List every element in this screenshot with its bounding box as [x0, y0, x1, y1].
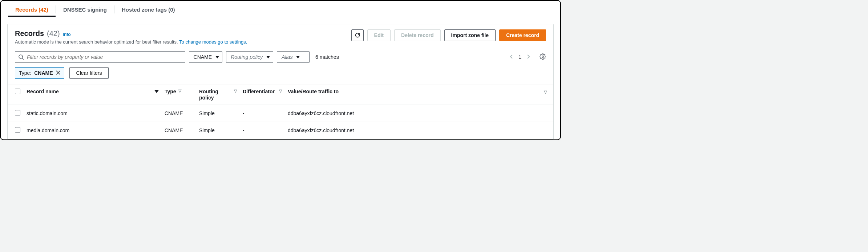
panel-actions: Edit Delete record Import zone file Crea… — [351, 29, 546, 41]
tab-dnssec[interactable]: DNSSEC signing — [56, 2, 114, 16]
col-value[interactable]: Value/Route traffic to — [288, 89, 339, 94]
clear-filters-button[interactable]: Clear filters — [69, 67, 109, 79]
import-zone-file-button[interactable]: Import zone file — [444, 29, 496, 41]
table-row[interactable]: static.domain.com CNAME Simple - ddba6ay… — [8, 105, 553, 122]
caret-down-icon — [296, 56, 300, 58]
routing-policy-dropdown[interactable]: Routing policy — [226, 51, 273, 63]
chip-label: Type: — [19, 70, 31, 76]
col-record-name[interactable]: Record name — [27, 89, 59, 95]
settings-button[interactable] — [540, 53, 546, 61]
hosted-zone-panel: Records (42) DNSSEC signing Hosted zone … — [0, 0, 561, 140]
chevron-right-icon — [526, 54, 530, 59]
caret-down-icon — [266, 56, 270, 58]
sort-icon[interactable]: ▽ — [234, 89, 237, 93]
gear-icon — [540, 53, 546, 60]
svg-point-2 — [542, 56, 544, 57]
tab-hosted-zone-tags[interactable]: Hosted zone tags (0) — [114, 2, 182, 16]
cell-diff: - — [240, 122, 285, 139]
subtitle-text: Automatic mode is the current search beh… — [15, 39, 179, 45]
panel-header: Records (42) Info Automatic mode is the … — [8, 24, 553, 48]
search-wrapper[interactable] — [15, 51, 185, 63]
table-row[interactable]: media.domain.com CNAME Simple - ddba6ayx… — [8, 122, 553, 139]
type-dropdown[interactable]: CNAME — [189, 51, 223, 63]
select-all-checkbox[interactable] — [15, 89, 20, 94]
col-type[interactable]: Type — [165, 89, 176, 95]
chip-value: CNAME — [34, 70, 53, 76]
col-routing-policy[interactable]: Routing policy — [199, 89, 230, 101]
edit-button[interactable]: Edit — [367, 29, 391, 41]
close-icon — [56, 70, 60, 75]
records-table: Record name Type ▽ Routing polic — [8, 85, 553, 139]
panel-title: Records — [15, 29, 44, 38]
svg-line-1 — [22, 58, 24, 60]
pager: 1 — [510, 54, 530, 60]
search-icon — [18, 54, 24, 60]
row-checkbox[interactable] — [15, 110, 20, 115]
cell-value: ddba6ayxfz6cz.cloudfront.net — [285, 122, 537, 139]
caret-down-icon — [215, 56, 219, 58]
cell-record-name: static.domain.com — [24, 105, 162, 122]
cell-record-name: media.domain.com — [24, 122, 162, 139]
tabs-bar: Records (42) DNSSEC signing Hosted zone … — [1, 1, 560, 18]
pager-current: 1 — [518, 54, 521, 60]
routing-policy-placeholder: Routing policy — [231, 54, 263, 60]
refresh-icon — [355, 32, 360, 38]
type-filter-chip: Type: CNAME — [15, 67, 64, 79]
svg-point-0 — [19, 55, 23, 58]
cell-policy: Simple — [196, 122, 240, 139]
filter-row: CNAME Routing policy Alias 6 matches 1 — [8, 48, 553, 67]
cell-diff: - — [240, 105, 285, 122]
search-input[interactable] — [27, 54, 182, 60]
type-dropdown-value: CNAME — [194, 54, 212, 60]
alias-placeholder: Alias — [282, 54, 292, 60]
alias-dropdown[interactable]: Alias — [277, 51, 310, 63]
cell-type: CNAME — [162, 105, 196, 122]
row-checkbox[interactable] — [15, 127, 20, 133]
cell-policy: Simple — [196, 105, 240, 122]
pager-prev[interactable] — [510, 54, 513, 60]
refresh-button[interactable] — [351, 29, 364, 41]
cell-type: CNAME — [162, 122, 196, 139]
sort-desc-icon[interactable] — [154, 90, 159, 93]
panel-count: (42) — [47, 29, 60, 38]
sort-icon[interactable]: ▽ — [178, 89, 181, 93]
chevron-left-icon — [510, 54, 513, 59]
chip-remove[interactable] — [56, 70, 60, 76]
records-container: Records (42) Info Automatic mode is the … — [7, 24, 554, 139]
subtitle-settings-link[interactable]: To change modes go to settings. — [179, 39, 247, 45]
pager-next[interactable] — [526, 54, 530, 60]
title-block: Records (42) Info Automatic mode is the … — [15, 29, 351, 45]
panel-subtitle: Automatic mode is the current search beh… — [15, 39, 351, 45]
info-link[interactable]: Info — [63, 32, 71, 37]
tab-records[interactable]: Records (42) — [8, 2, 56, 16]
filter-chips: Type: CNAME Clear filters — [8, 67, 553, 85]
delete-record-button[interactable]: Delete record — [394, 29, 440, 41]
match-count: 6 matches — [315, 54, 339, 60]
col-differentiator[interactable]: Differentiator — [243, 89, 275, 95]
sort-icon[interactable]: ▽ — [544, 90, 547, 94]
cell-value: ddba6ayxfz6cz.cloudfront.net — [285, 105, 537, 122]
create-record-button[interactable]: Create record — [499, 29, 546, 41]
sort-icon[interactable]: ▽ — [279, 89, 282, 93]
